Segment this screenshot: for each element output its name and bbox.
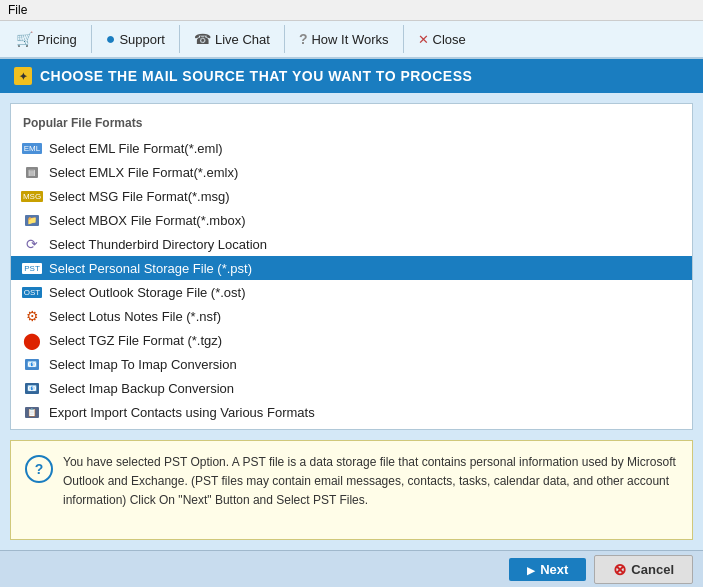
ost-label: Select Outlook Storage File (*.ost) bbox=[49, 285, 246, 300]
tgz-label: Select TGZ File Format (*.tgz) bbox=[49, 333, 222, 348]
list-item-exportcontacts[interactable]: 📋 Export Import Contacts using Various F… bbox=[11, 400, 692, 424]
close-button[interactable]: Close bbox=[410, 28, 474, 51]
list-item-emlx[interactable]: ▤ Select EMLX File Format(*.emlx) bbox=[11, 160, 692, 184]
list-item-thunderbird[interactable]: ⟳ Select Thunderbird Directory Location bbox=[11, 232, 692, 256]
mbox-label: Select MBOX File Format(*.mbox) bbox=[49, 213, 246, 228]
livechat-button[interactable]: Live Chat bbox=[186, 27, 278, 51]
divider-2 bbox=[179, 25, 180, 53]
cancel-icon bbox=[613, 560, 626, 579]
support-button[interactable]: Support bbox=[98, 26, 173, 52]
cart-icon bbox=[16, 31, 33, 47]
toolbar: Pricing Support Live Chat How It Works C… bbox=[0, 21, 703, 59]
emlx-icon: ▤ bbox=[23, 164, 41, 180]
help-icon bbox=[299, 31, 308, 47]
chat-icon bbox=[194, 31, 211, 47]
eml-icon: EML bbox=[23, 140, 41, 156]
menu-bar: File bbox=[0, 0, 703, 21]
info-icon: ? bbox=[25, 455, 53, 483]
header-title: CHOOSE THE MAIL SOURCE THAT YOU WANT TO … bbox=[40, 68, 472, 84]
nsf-label: Select Lotus Notes File (*.nsf) bbox=[49, 309, 221, 324]
file-list-panel: Popular File Formats EML Select EML File… bbox=[10, 103, 693, 430]
list-item-nsf[interactable]: ⚙ Select Lotus Notes File (*.nsf) bbox=[11, 304, 692, 328]
eml-label: Select EML File Format(*.eml) bbox=[49, 141, 223, 156]
close-icon bbox=[418, 32, 429, 47]
pst-label: Select Personal Storage File (*.pst) bbox=[49, 261, 252, 276]
list-item-eml[interactable]: EML Select EML File Format(*.eml) bbox=[11, 136, 692, 160]
cancel-button[interactable]: Cancel bbox=[594, 555, 693, 584]
mbox-icon: 📁 bbox=[23, 212, 41, 228]
footer: Next Cancel bbox=[0, 550, 703, 587]
pricing-label: Pricing bbox=[37, 32, 77, 47]
imap-label: Select Imap To Imap Conversion bbox=[49, 357, 237, 372]
list-item-pst[interactable]: PST Select Personal Storage File (*.pst) bbox=[11, 256, 692, 280]
ost-icon: OST bbox=[23, 284, 41, 300]
tgz-icon: ⬤ bbox=[23, 332, 41, 348]
emlx-label: Select EMLX File Format(*.emlx) bbox=[49, 165, 238, 180]
list-item-ost[interactable]: OST Select Outlook Storage File (*.ost) bbox=[11, 280, 692, 304]
msg-label: Select MSG File Format(*.msg) bbox=[49, 189, 230, 204]
divider-4 bbox=[403, 25, 404, 53]
main-content: Popular File Formats EML Select EML File… bbox=[0, 93, 703, 550]
exportcontacts-label: Export Import Contacts using Various For… bbox=[49, 405, 315, 420]
list-item-imap[interactable]: 📧 Select Imap To Imap Conversion bbox=[11, 352, 692, 376]
pricing-button[interactable]: Pricing bbox=[8, 27, 85, 51]
support-label: Support bbox=[119, 32, 165, 47]
howitworks-button[interactable]: How It Works bbox=[291, 27, 397, 51]
support-icon bbox=[106, 30, 116, 48]
info-panel: ? You have selected PST Option. A PST fi… bbox=[10, 440, 693, 540]
next-label: Next bbox=[540, 562, 568, 577]
thunderbird-icon: ⟳ bbox=[23, 236, 41, 252]
close-label: Close bbox=[433, 32, 466, 47]
export-icon: 📋 bbox=[23, 404, 41, 420]
list-item-mbox[interactable]: 📁 Select MBOX File Format(*.mbox) bbox=[11, 208, 692, 232]
list-item-imapbackup[interactable]: 📧 Select Imap Backup Conversion bbox=[11, 376, 692, 400]
pst-icon: PST bbox=[23, 260, 41, 276]
msg-icon: MSG bbox=[23, 188, 41, 204]
divider-1 bbox=[91, 25, 92, 53]
thunderbird-label: Select Thunderbird Directory Location bbox=[49, 237, 267, 252]
header-bar: ✦ CHOOSE THE MAIL SOURCE THAT YOU WANT T… bbox=[0, 59, 703, 93]
cancel-label: Cancel bbox=[631, 562, 674, 577]
howitworks-label: How It Works bbox=[311, 32, 388, 47]
livechat-label: Live Chat bbox=[215, 32, 270, 47]
info-text: You have selected PST Option. A PST file… bbox=[63, 453, 678, 511]
list-item-msg[interactable]: MSG Select MSG File Format(*.msg) bbox=[11, 184, 692, 208]
nsf-icon: ⚙ bbox=[23, 308, 41, 324]
backup-icon: 📧 bbox=[23, 380, 41, 396]
imap-icon: 📧 bbox=[23, 356, 41, 372]
header-icon: ✦ bbox=[14, 67, 32, 85]
play-icon bbox=[527, 562, 535, 577]
list-item-tgz[interactable]: ⬤ Select TGZ File Format (*.tgz) bbox=[11, 328, 692, 352]
section-label: Popular File Formats bbox=[11, 112, 692, 136]
divider-3 bbox=[284, 25, 285, 53]
menu-file[interactable]: File bbox=[8, 3, 27, 17]
imapbackup-label: Select Imap Backup Conversion bbox=[49, 381, 234, 396]
next-button[interactable]: Next bbox=[509, 558, 586, 581]
